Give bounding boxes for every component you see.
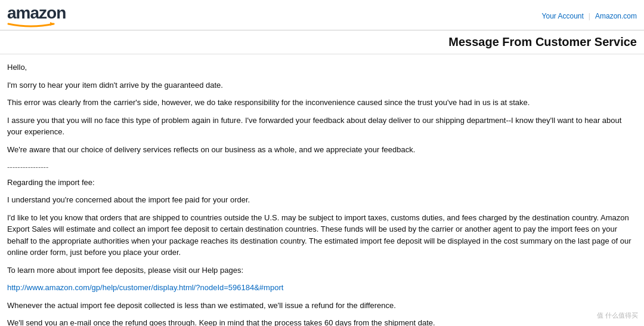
main-content: Hello, I'm sorry to hear your item didn'… (0, 54, 644, 326)
paragraph-2: This error was clearly from the carrier'… (7, 97, 637, 109)
svg-marker-0 (50, 22, 55, 26)
divider-line: ---------------- (7, 161, 637, 173)
greeting: Hello, (7, 61, 637, 73)
paragraph-1: I'm sorry to hear your item didn't arriv… (7, 79, 637, 91)
paragraph-7: I'd like to let you know that orders tha… (7, 212, 637, 259)
logo-arrow-svg (7, 20, 55, 27)
paragraph-4: We're aware that our choice of delivery … (7, 144, 637, 156)
paragraph-8: To learn more about import fee deposits,… (7, 265, 637, 276)
help-link[interactable]: http://www.amazon.com/gp/help/customer/d… (7, 283, 283, 292)
your-account-link[interactable]: Your Account (542, 12, 584, 20)
paragraph-9: Whenever the actual import fee deposit c… (7, 300, 637, 312)
paragraph-10: We'll send you an e-mail once the refund… (7, 317, 637, 326)
separator: | (589, 12, 590, 20)
top-bar: amazon Your Account | Amazon.com (0, 0, 644, 30)
logo-text: amazon (7, 5, 66, 21)
page-header: Message From Customer Service (0, 30, 644, 54)
top-bar-right: Your Account | Amazon.com (542, 12, 637, 20)
watermark: 值 什么值得买 (597, 311, 638, 320)
amazon-com-link[interactable]: Amazon.com (595, 12, 637, 20)
paragraph-6: I understand you're concerned about the … (7, 194, 637, 206)
paragraph-5: Regarding the import fee: (7, 177, 637, 189)
page-title: Message From Customer Service (7, 35, 637, 49)
amazon-logo: amazon (7, 5, 66, 27)
paragraph-3: I assure you that you will no face this … (7, 115, 637, 138)
link-paragraph: http://www.amazon.com/gp/help/customer/d… (7, 282, 637, 294)
